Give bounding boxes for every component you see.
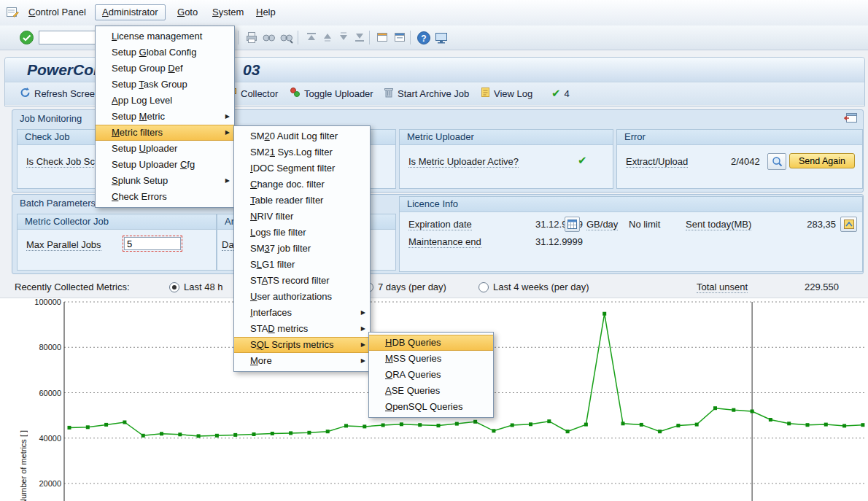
submenu-arrow-icon: ▶ [225, 125, 230, 140]
gbday-label: GB/day [586, 219, 618, 230]
send-again-button[interactable]: Send Again [789, 153, 855, 168]
menu-item-table-reader-filter[interactable]: Table reader filter [234, 193, 370, 209]
menubar-item-administrator[interactable]: Administrator [95, 4, 166, 20]
toolbar-separator [369, 31, 370, 44]
metric-filters-submenu: SM20 Audit Log filterSM21 Sys.Log filter… [233, 125, 371, 372]
menu-item-setup-uploader[interactable]: Setup Uploader [96, 141, 234, 157]
radio-last-4-weeks-per-day[interactable]: Last 4 weeks (per day) [478, 281, 589, 292]
toolbar-separator [410, 31, 411, 44]
refresh-screen-label: Refresh Screen [34, 88, 100, 99]
error-details-button[interactable] [767, 153, 786, 170]
menu-item-opensql-queries[interactable]: OpenSQL Queries [369, 399, 493, 415]
metric-uploader-status-icon: ✔ [578, 154, 587, 167]
menu-item-metric-filters[interactable]: Metric filters▶ [96, 125, 234, 141]
menu-item-mss-queries[interactable]: MSS Queries [369, 351, 493, 367]
create-shortcut-icon[interactable] [392, 30, 408, 45]
licence-info-box: Licence Info Expiration date 31.12.9999 … [399, 196, 863, 272]
view-log-icon [481, 87, 490, 100]
menu-item-interfaces[interactable]: Interfaces▶ [234, 305, 370, 321]
menu-item-setup-task-group[interactable]: Setup Task Group [96, 77, 234, 93]
next-page-icon[interactable] [336, 30, 351, 45]
menu-item-app-log-level[interactable]: App Log Level [96, 93, 234, 109]
svg-text:20000: 20000 [39, 479, 61, 488]
radio-last-48-h[interactable]: Last 48 h [169, 281, 223, 292]
calendar-icon[interactable] [565, 217, 580, 232]
find-icon[interactable] [261, 30, 276, 45]
error-row-label: Extract/Upload [626, 156, 688, 168]
toolbar-separator [298, 31, 298, 44]
menu-item-sm20-audit-log-filter[interactable]: SM20 Audit Log filter [234, 128, 370, 144]
archive-trash-icon [384, 87, 394, 100]
menubar-item-control-panel[interactable]: Control Panel [22, 5, 93, 20]
start-archive-job-button[interactable]: Start Archive Job [384, 86, 469, 101]
radio-circle[interactable] [169, 282, 179, 292]
job-monitoring-title: Job Monitoring [20, 113, 82, 124]
recently-collected-metrics-label: Recently Collected Metrics: [15, 281, 130, 292]
refresh-screen-button[interactable]: Refresh Screen [20, 86, 100, 101]
menu-item-sql-scripts-metrics[interactable]: SQL Scripts metrics▶ [234, 337, 370, 353]
previous-page-icon[interactable] [319, 30, 335, 45]
menu-item-ora-queries[interactable]: ORA Queries [369, 367, 493, 383]
toggle-uploader-button[interactable]: Toggle Uploader [290, 86, 373, 101]
error-header: Error [617, 130, 862, 145]
menu-item-more[interactable]: More▶ [234, 353, 370, 369]
screen-menu-icon[interactable] [7, 7, 19, 20]
total-unsent-value: 229.550 [788, 281, 839, 292]
menu-item-setup-group-def[interactable]: Setup Group Def [96, 61, 234, 77]
menu-item-setup-global-config[interactable]: Setup Global Config [96, 44, 234, 61]
gui-settings-icon[interactable] [433, 30, 449, 45]
batch-parameters-title: Batch Parameters [20, 198, 96, 209]
view-log-button[interactable]: View Log [481, 86, 532, 101]
menu-item-change-doc-filter[interactable]: Change doc. filter [234, 176, 370, 193]
radio-7-days-per-day[interactable]: 7 days (per day) [363, 281, 446, 292]
menu-item-stats-record-filter[interactable]: STATS record filter [234, 273, 370, 289]
menu-item-stad-metrics[interactable]: STAD metrics▶ [234, 321, 370, 337]
toggle-uploader-label: Toggle Uploader [304, 88, 373, 99]
expiration-date-label: Expiration date [408, 219, 472, 230]
new-session-icon[interactable] [375, 30, 390, 45]
enter-ok-icon[interactable] [19, 30, 34, 45]
menubar: Control PanelAdministratorGotoSystemHelp [0, 0, 868, 26]
menu-item-slg1-filter[interactable]: SLG1 filter [234, 257, 370, 273]
check-count-indicator[interactable]: ✔ 4 [551, 86, 570, 101]
toolbar-separator [238, 31, 239, 44]
help-icon[interactable]: ? [416, 30, 431, 45]
menu-item-splunk-setup[interactable]: Splunk Setup▶ [96, 173, 234, 189]
administrator-menu: License managementSetup Global ConfigSet… [95, 26, 235, 208]
menu-item-logs-file-filter[interactable]: Logs file filter [234, 225, 370, 241]
menu-item-sm37-job-filter[interactable]: SM37 job filter [234, 241, 370, 257]
menu-item-license-management[interactable]: License management [96, 28, 234, 44]
radio-circle[interactable] [478, 282, 489, 292]
menu-item-sm21-sys-log-filter[interactable]: SM21 Sys.Log filter [234, 144, 370, 160]
submenu-arrow-icon: ▶ [225, 109, 230, 125]
menubar-item-goto[interactable]: Goto [171, 5, 204, 20]
radio-label: 7 days (per day) [378, 281, 446, 292]
menu-item-user-authorizations[interactable]: User authorizations [234, 289, 370, 305]
submenu-arrow-icon: ▶ [225, 173, 230, 189]
menu-item-setup-metric[interactable]: Setup Metric▶ [96, 109, 234, 125]
svg-text:40000: 40000 [39, 434, 61, 443]
max-parallel-jobs-label: Max Parallel Jobs [26, 239, 101, 251]
svg-text:80000: 80000 [39, 343, 61, 352]
max-parallel-jobs-input[interactable] [124, 237, 181, 250]
find-next-icon[interactable] [279, 30, 294, 45]
print-icon[interactable] [244, 30, 259, 45]
last-page-icon[interactable] [352, 30, 367, 45]
menu-item-ase-queries[interactable]: ASE Queries [369, 383, 493, 399]
collapse-panel-icon[interactable] [844, 113, 857, 125]
menu-item-check-errors[interactable]: Check Errors [96, 189, 234, 205]
menubar-item-help[interactable]: Help [249, 5, 282, 20]
menu-item-setup-uploader-cfg[interactable]: Setup Uploader Cfg [96, 157, 234, 173]
svg-text:100000: 100000 [34, 298, 61, 306]
menu-item-hdb-queries[interactable]: HDB Queries [369, 335, 493, 351]
menu-item-idoc-segment-filter[interactable]: IDOC Segment filter [234, 160, 370, 176]
svg-text:60000: 60000 [39, 389, 61, 397]
radio-label: Last 4 weeks (per day) [493, 281, 589, 292]
maintenance-end-value: 31.12.9999 [535, 236, 583, 247]
menu-item-nriv-filter[interactable]: NRIV filter [234, 209, 370, 225]
error-box: Error Extract/Upload 2/4042 Send Again [616, 129, 863, 189]
first-page-icon[interactable] [303, 30, 319, 45]
menubar-item-system[interactable]: System [206, 5, 250, 20]
submenu-arrow-icon: ▶ [361, 338, 365, 352]
sent-today-detail-icon[interactable] [840, 217, 857, 232]
